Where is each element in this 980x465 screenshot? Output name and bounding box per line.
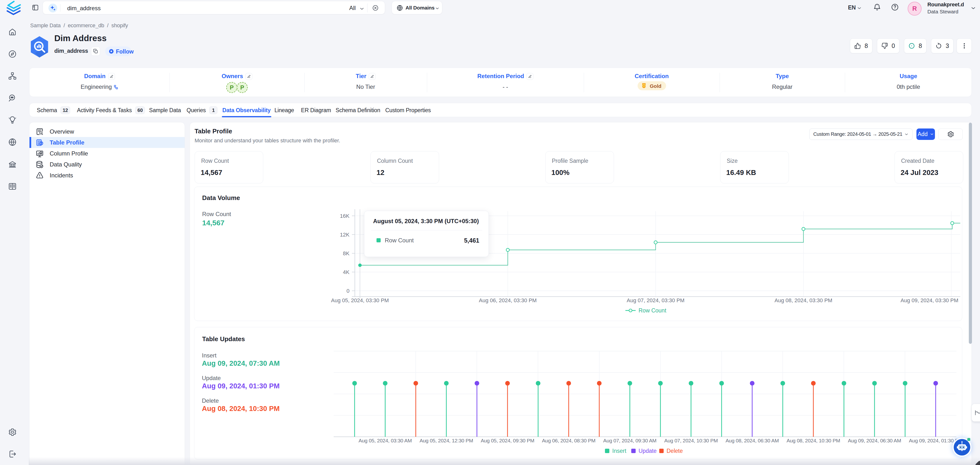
svg-text:Aug 05, 2024, 03:30 AM: Aug 05, 2024, 03:30 AM bbox=[358, 438, 412, 443]
svg-text:Aug 06, 2024, 03:30 PM: Aug 06, 2024, 03:30 PM bbox=[479, 297, 536, 303]
svg-text:8K: 8K bbox=[343, 251, 350, 257]
svg-text:Aug 07, 2024, 03:30 PM: Aug 07, 2024, 03:30 PM bbox=[627, 297, 684, 303]
svg-text:Aug 09, 2024, 03:30 PM: Aug 09, 2024, 03:30 PM bbox=[900, 297, 958, 303]
svg-text:Aug 09, 2024, 06:30 AM: Aug 09, 2024, 06:30 AM bbox=[848, 438, 901, 443]
svg-text:4K: 4K bbox=[343, 269, 350, 275]
svg-text:Aug 08, 2024, 03:30 PM: Aug 08, 2024, 03:30 PM bbox=[775, 297, 832, 303]
svg-text:Aug 08, 2024, 06:30 AM: Aug 08, 2024, 06:30 AM bbox=[725, 438, 779, 443]
svg-text:12K: 12K bbox=[340, 232, 350, 238]
svg-text:Delete: Delete bbox=[667, 448, 682, 454]
svg-text:0: 0 bbox=[347, 288, 350, 294]
svg-text:Aug 05, 2024, 09:30 PM: Aug 05, 2024, 09:30 PM bbox=[481, 438, 535, 443]
svg-text:Aug 06, 2024, 08:30 PM: Aug 06, 2024, 08:30 PM bbox=[542, 438, 595, 443]
svg-text:Update: Update bbox=[638, 448, 657, 454]
svg-text:Aug 07, 2024, 09:30 AM: Aug 07, 2024, 09:30 AM bbox=[603, 438, 657, 443]
svg-text:Aug 07, 2024, 10:30 PM: Aug 07, 2024, 10:30 PM bbox=[664, 438, 718, 443]
svg-text:Insert: Insert bbox=[612, 448, 626, 454]
svg-text:Aug 05, 2024, 12:30 PM: Aug 05, 2024, 12:30 PM bbox=[420, 438, 473, 443]
svg-text:Aug 08, 2024, 10:30 PM: Aug 08, 2024, 10:30 PM bbox=[787, 438, 840, 443]
svg-text:16K: 16K bbox=[340, 213, 350, 219]
svg-text:Row Count: Row Count bbox=[638, 307, 666, 314]
svg-text:Aug 05, 2024, 03:30 PM: Aug 05, 2024, 03:30 PM bbox=[331, 297, 389, 303]
svg-text:Aug 09, 2024, 01:30 PM: Aug 09, 2024, 01:30 PM bbox=[909, 438, 963, 443]
